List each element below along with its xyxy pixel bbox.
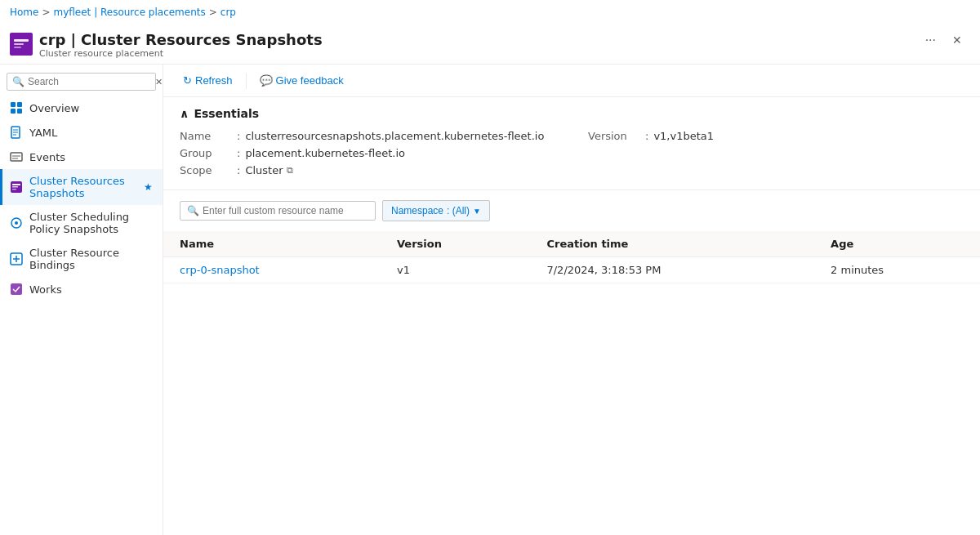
sidebar-item-cluster-scheduling-policy[interactable]: Cluster Scheduling Policy Snapshots xyxy=(0,205,163,241)
filter-bar: 🔍 Namespace : (All) ▼ xyxy=(163,190,980,231)
essentials-title: Essentials xyxy=(194,107,259,120)
svg-rect-24 xyxy=(11,283,22,295)
essentials-chevron-icon: ∧ xyxy=(180,107,189,120)
events-label: Events xyxy=(29,151,65,163)
sidebar: 🔍 ✕ « Overview xyxy=(0,65,163,535)
svg-rect-6 xyxy=(11,109,16,114)
essentials-name-colon: : xyxy=(237,130,240,142)
resource-subtitle: Cluster resource placement xyxy=(39,48,914,59)
sidebar-item-yaml[interactable]: YAML xyxy=(0,120,163,145)
yaml-icon xyxy=(10,126,23,139)
svg-rect-7 xyxy=(17,109,22,114)
essentials-group-value: placement.kubernetes-fleet.io xyxy=(245,147,405,159)
svg-rect-12 xyxy=(11,153,22,161)
crs-star-button[interactable]: ★ xyxy=(144,181,153,193)
row-creation-time-cell: 7/2/2024, 3:18:53 PM xyxy=(530,257,814,283)
row-name-link[interactable]: crp-0-snapshot xyxy=(180,264,260,276)
crs-icon xyxy=(10,181,23,194)
essentials-version-colon: : xyxy=(645,130,648,142)
row-version-cell: v1 xyxy=(381,257,530,283)
refresh-button[interactable]: ↻ Refresh xyxy=(176,71,239,90)
svg-point-20 xyxy=(15,221,18,225)
close-button[interactable]: ✕ xyxy=(947,32,967,48)
sidebar-nav: Overview YAML xyxy=(0,96,163,301)
resource-header-actions: ··· ✕ xyxy=(920,31,967,49)
works-icon xyxy=(10,283,23,296)
crb-icon xyxy=(10,252,23,265)
scope-copy-icon[interactable]: ⧉ xyxy=(287,165,293,176)
events-icon xyxy=(10,150,23,163)
svg-rect-4 xyxy=(11,102,16,107)
essentials-name-value: clusterresourcesnapshots.placement.kuber… xyxy=(245,130,544,142)
toolbar-separator xyxy=(246,73,247,89)
namespace-chevron-icon: ▼ xyxy=(473,207,481,216)
filter-search-wrapper: 🔍 xyxy=(180,201,376,221)
sidebar-item-events[interactable]: Events xyxy=(0,145,163,169)
yaml-label: YAML xyxy=(29,127,57,139)
essentials-group-label: Group xyxy=(180,147,237,159)
essentials-scope-value: Cluster ⧉ xyxy=(245,164,292,176)
breadcrumb-home[interactable]: Home xyxy=(10,7,38,18)
breadcrumb: Home > myfleet | Resource placements > c… xyxy=(0,0,980,25)
csps-label: Cluster Scheduling Policy Snapshots xyxy=(29,211,153,235)
feedback-button[interactable]: 💬 Give feedback xyxy=(253,71,350,90)
svg-rect-5 xyxy=(17,102,22,107)
sidebar-item-works[interactable]: Works xyxy=(0,277,163,301)
namespace-label: Namespace xyxy=(391,205,443,216)
resource-title-prefix: crp xyxy=(39,31,65,48)
essentials-name-label: Name xyxy=(180,130,237,142)
row-name-cell: crp-0-snapshot xyxy=(163,257,381,283)
sidebar-item-overview[interactable]: Overview xyxy=(0,96,163,120)
toolbar: ↻ Refresh 💬 Give feedback xyxy=(163,65,980,97)
search-clear-button[interactable]: ✕ xyxy=(154,77,163,87)
search-icon: 🔍 xyxy=(12,76,24,87)
col-age: Age xyxy=(814,231,980,257)
essentials-header[interactable]: ∧ Essentials xyxy=(180,107,964,120)
svg-rect-18 xyxy=(12,189,16,190)
works-label: Works xyxy=(29,283,62,296)
filter-search-input[interactable] xyxy=(203,205,366,216)
essentials-grid: Name : clusterresourcesnapshots.placemen… xyxy=(180,130,964,176)
resource-title-main: Cluster Resources Snapshots xyxy=(81,31,323,48)
sidebar-search: 🔍 ✕ « xyxy=(0,68,163,96)
breadcrumb-myfleet[interactable]: myfleet | Resource placements xyxy=(54,7,206,18)
essentials-scope-label: Scope xyxy=(180,164,237,176)
content-body: ∧ Essentials Name : clusterresourcesnaps… xyxy=(163,97,980,535)
sidebar-item-cluster-resource-bindings[interactable]: Cluster Resource Bindings xyxy=(0,241,163,277)
resource-title-sep: | xyxy=(70,31,76,48)
sidebar-item-cluster-resources-snapshots[interactable]: Cluster Resources Snapshots ★ xyxy=(0,169,163,205)
essentials-section: ∧ Essentials Name : clusterresourcesnaps… xyxy=(163,97,980,190)
breadcrumb-sep-1: > xyxy=(42,7,50,18)
svg-rect-16 xyxy=(12,184,20,185)
svg-rect-1 xyxy=(14,39,29,42)
svg-rect-2 xyxy=(14,43,24,45)
csps-icon xyxy=(10,216,23,230)
search-input[interactable] xyxy=(28,76,150,87)
filter-search-icon: 🔍 xyxy=(187,205,199,216)
essentials-version-value: v1,v1beta1 xyxy=(653,130,714,142)
row-age-cell: 2 minutes xyxy=(814,257,980,283)
essentials-empty-row xyxy=(588,147,964,159)
namespace-filter-button[interactable]: Namespace : (All) ▼ xyxy=(382,200,490,221)
table-body: crp-0-snapshot v1 7/2/2024, 3:18:53 PM 2… xyxy=(163,257,980,283)
col-creation-time: Creation time xyxy=(530,231,814,257)
essentials-version-label: Version xyxy=(588,130,645,142)
refresh-icon: ↻ xyxy=(183,74,192,87)
col-version: Version xyxy=(381,231,530,257)
essentials-name-row: Name : clusterresourcesnapshots.placemen… xyxy=(180,130,555,142)
more-options-button[interactable]: ··· xyxy=(920,31,941,49)
resource-header: crp | Cluster Resources Snapshots Cluste… xyxy=(0,25,980,65)
svg-rect-3 xyxy=(14,47,21,48)
feedback-label: Give feedback xyxy=(276,74,344,87)
essentials-group-row: Group : placement.kubernetes-fleet.io xyxy=(180,147,555,159)
col-name: Name xyxy=(163,231,381,257)
table-row: crp-0-snapshot v1 7/2/2024, 3:18:53 PM 2… xyxy=(163,257,980,283)
breadcrumb-crp[interactable]: crp xyxy=(220,7,236,18)
refresh-label: Refresh xyxy=(195,74,233,87)
data-table: Name Version Creation time Age crp-0-sna… xyxy=(163,231,980,283)
main-layout: 🔍 ✕ « Overview xyxy=(0,65,980,535)
overview-icon xyxy=(10,101,23,114)
table-header: Name Version Creation time Age xyxy=(163,231,980,257)
essentials-version-row: Version : v1,v1beta1 xyxy=(588,130,964,142)
resource-title: crp | Cluster Resources Snapshots xyxy=(39,31,914,48)
